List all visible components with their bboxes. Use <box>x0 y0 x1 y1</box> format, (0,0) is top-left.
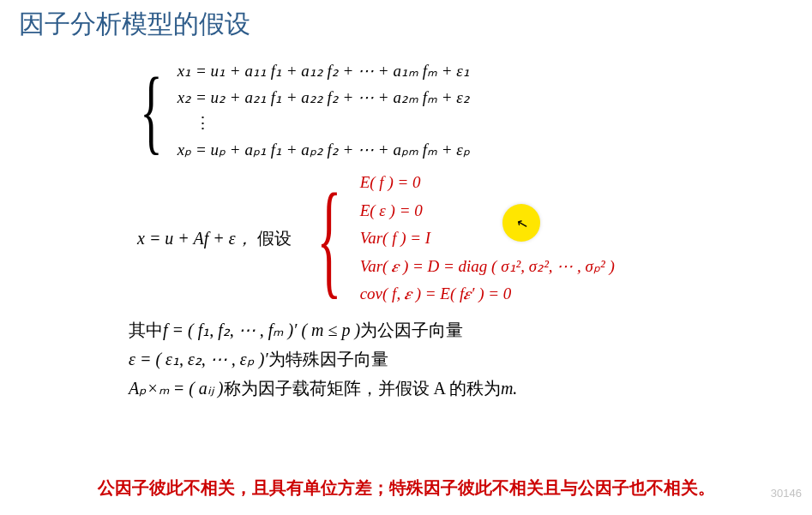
desc-1-math: f = ( f₁, f₂, ⋯ , fₘ )′ ( m ≤ p ) <box>163 320 360 339</box>
assumption-5: cov( f, 𝜺 ) = E( f𝜺′ ) = 0 <box>360 282 615 307</box>
desc-2-suffix: 为特殊因子向量 <box>268 350 388 368</box>
watermark-text: 30146 <box>771 487 802 500</box>
description-block: 其中f = ( f₁, f₂, ⋯ , fₘ )′ ( m ≤ p )为公因子向… <box>129 315 812 403</box>
slide-title: 因子分析模型的假设 <box>0 0 812 42</box>
desc-3-m: m. <box>501 379 517 398</box>
assumption-2: E( ε ) = 0 <box>360 199 615 224</box>
compact-equation: x = u + Af + ε， 假设 <box>137 225 292 251</box>
equation-system: { x₁ = u₁ + a₁₁ f₁ + a₁₂ f₂ + ⋯ + a₁ₘ fₘ… <box>129 59 812 162</box>
desc-3-text: 称为因子载荷矩阵，并假设 A 的秩为 <box>224 379 501 398</box>
equation-p: xₚ = uₚ + aₚ₁ f₁ + aₚ₂ f₂ + ⋯ + aₚₘ fₘ +… <box>177 138 470 163</box>
bottom-conclusion: 公因子彼此不相关，且具有单位方差；特殊因子彼此不相关且与公因子也不相关。 <box>0 476 812 500</box>
assumption-4: Var( 𝜺 ) = D = diag ( σ₁², σ₂², ⋯ , σₚ² … <box>360 255 615 279</box>
desc-line-3: Aₚ×ₘ = ( aᵢⱼ )称为因子载荷矩阵，并假设 A 的秩为m. <box>129 374 812 403</box>
equation-dots: ⋮ <box>177 111 470 136</box>
desc-1-suffix: 为公因子向量 <box>360 320 463 339</box>
equation-1: x₁ = u₁ + a₁₁ f₁ + a₁₂ f₂ + ⋯ + a₁ₘ fₘ +… <box>177 59 470 84</box>
desc-2-math: ε = ( ε₁, ε₂, ⋯ , εₚ )′ <box>129 350 268 368</box>
desc-line-1: 其中f = ( f₁, f₂, ⋯ , fₘ )′ ( m ≤ p )为公因子向… <box>129 315 812 344</box>
desc-3-math: Aₚ×ₘ = ( aᵢⱼ ) <box>129 379 224 398</box>
left-brace-red-icon: { <box>316 181 341 296</box>
assumptions-block: E( f ) = 0 E( ε ) = 0 Var( f ) = I Var( … <box>360 171 615 307</box>
assumption-3: Var( f ) = I <box>360 226 615 251</box>
left-brace-icon: { <box>140 69 162 153</box>
assumption-label: 假设 <box>257 229 292 248</box>
assumption-1: E( f ) = 0 <box>360 171 615 195</box>
slide-body: { x₁ = u₁ + a₁₁ f₁ + a₁₂ f₂ + ⋯ + a₁ₘ fₘ… <box>0 42 812 403</box>
desc-line-2: ε = ( ε₁, ε₂, ⋯ , εₚ )′为特殊因子向量 <box>129 344 812 374</box>
compact-lhs: x = u + Af + ε， <box>137 229 253 248</box>
desc-1-prefix: 其中 <box>129 320 163 339</box>
compact-form-row: x = u + Af + ε， 假设 { E( f ) = 0 E( ε ) =… <box>137 171 812 307</box>
equation-2: x₂ = u₂ + a₂₁ f₁ + a₂₂ f₂ + ⋯ + a₂ₘ fₘ +… <box>177 86 470 111</box>
